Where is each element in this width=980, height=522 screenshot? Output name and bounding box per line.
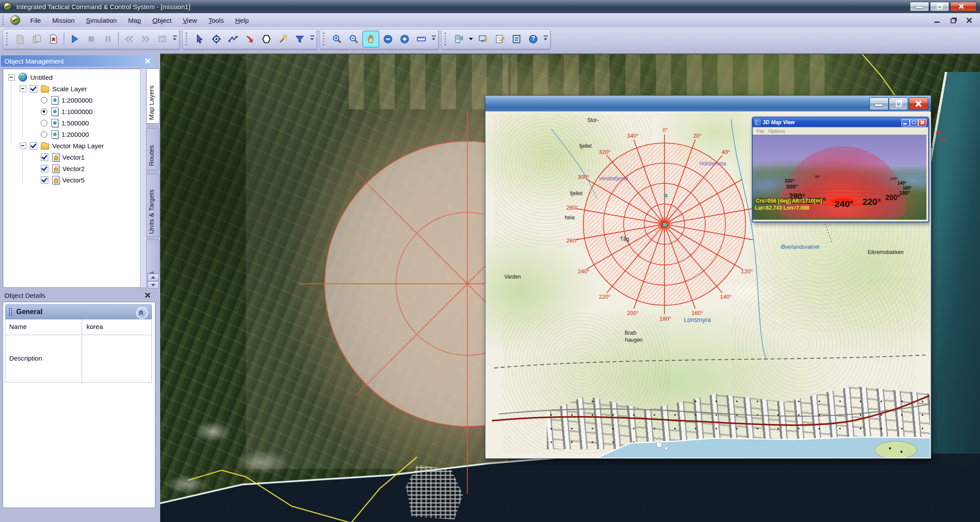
radio-on[interactable] xyxy=(41,108,47,115)
polyline-tool-button[interactable] xyxy=(225,31,241,47)
menu-view[interactable]: View xyxy=(177,15,203,26)
tab-zones[interactable]: Zones xyxy=(146,240,160,274)
collapse-expander-icon[interactable] xyxy=(20,86,26,92)
tab-routes[interactable]: Routes xyxy=(146,128,160,170)
zoom-in-button[interactable] xyxy=(329,31,345,47)
zoom-decrease-button[interactable] xyxy=(380,31,396,47)
tree-row-scale-2000000[interactable]: 1:2000000 xyxy=(41,94,93,106)
zoom-increase-button[interactable] xyxy=(397,31,413,47)
3d-window-titlebar[interactable]: 3D Map View xyxy=(753,118,928,127)
mdi-minimize-button[interactable] xyxy=(933,16,942,25)
stop-simulation-button[interactable] xyxy=(83,31,99,47)
checkbox-checked[interactable] xyxy=(41,176,48,184)
tree-row-scale-layer[interactable]: Scale Layer xyxy=(20,83,87,94)
mdi-restore-button[interactable] xyxy=(948,16,958,25)
menu-options[interactable]: Options xyxy=(768,129,785,134)
new-mission-button[interactable] xyxy=(12,31,28,47)
description-value[interactable] xyxy=(82,335,151,382)
topo-map-content[interactable]: 0° 20° 40° 120° 140° 160° 180° 200° 220°… xyxy=(485,111,930,458)
tree-row-scale-500000[interactable]: 1:500000 xyxy=(41,117,89,129)
tab-units-targets[interactable]: Units & Targets xyxy=(146,174,160,237)
close-icon[interactable] xyxy=(144,292,151,299)
topo-map-window[interactable]: 0° 20° 40° 120° 140° 160° 180° 200° 220°… xyxy=(485,95,931,459)
menu-mission[interactable]: Mission xyxy=(47,15,80,26)
checkbox-checked[interactable] xyxy=(41,154,48,161)
maximize-button[interactable] xyxy=(910,119,918,126)
tree-row-vector2[interactable]: Vector2 xyxy=(41,163,85,174)
import-mission-button[interactable] xyxy=(29,31,45,47)
tab-scroll-up[interactable] xyxy=(147,274,159,281)
tab-map-layers[interactable]: Map Layers xyxy=(146,68,160,124)
tree-row-vector1[interactable]: Vector1 xyxy=(41,151,85,163)
pause-simulation-button[interactable] xyxy=(100,31,116,47)
play-simulation-button[interactable] xyxy=(67,31,83,47)
toolbar-grip[interactable] xyxy=(323,32,326,46)
toolbar-grip[interactable] xyxy=(6,32,9,46)
close-button[interactable] xyxy=(909,97,928,110)
polygon-tool-button[interactable] xyxy=(258,31,274,47)
menu-tools[interactable]: Tools xyxy=(203,15,230,26)
menu-object[interactable]: Object xyxy=(147,15,177,26)
help-button[interactable]: ? xyxy=(525,31,541,47)
checkbox-checked[interactable] xyxy=(41,165,48,172)
close-icon[interactable] xyxy=(144,57,151,64)
tree-row-untitled[interactable]: Untitled xyxy=(8,72,53,83)
center-target-button[interactable] xyxy=(208,31,224,47)
minimize-button[interactable] xyxy=(901,119,910,126)
north-marker[interactable] xyxy=(664,194,668,197)
close-button[interactable] xyxy=(950,2,976,11)
mdi-close-button[interactable] xyxy=(964,16,974,25)
screen-capture-button[interactable] xyxy=(475,31,491,47)
collapse-expander-icon[interactable] xyxy=(8,74,15,81)
tree-row-vector-map-layer[interactable]: Vector Map Layer xyxy=(20,140,104,151)
collapse-expander-icon[interactable] xyxy=(20,143,26,149)
name-value[interactable]: korea xyxy=(82,319,151,335)
step-forward-button[interactable] xyxy=(138,31,154,47)
general-section-header[interactable]: General xyxy=(5,304,152,319)
minimize-button[interactable] xyxy=(869,97,889,110)
toolbar-grip[interactable] xyxy=(186,32,189,46)
tree-row-scale-200000[interactable]: 1:200000 xyxy=(41,129,89,140)
tree-scrollbar[interactable] xyxy=(140,68,147,288)
tree-row-vector5[interactable]: Vector5 xyxy=(41,174,85,186)
toolbar-grip[interactable] xyxy=(445,32,448,46)
radio-off[interactable] xyxy=(41,120,47,126)
measure-ruler-button[interactable] xyxy=(413,31,429,47)
restore-button[interactable] xyxy=(889,97,908,110)
device-sync-button[interactable] xyxy=(451,31,467,47)
checkbox-checked[interactable] xyxy=(30,85,37,93)
3d-terrain-view[interactable]: 30° 320° 300° 280° 260° 240° 220° 200° 1… xyxy=(753,135,926,220)
checkbox-checked[interactable] xyxy=(30,142,37,150)
map-3d-window[interactable]: 3D Map View File Options xyxy=(752,117,929,222)
menu-help[interactable]: Help xyxy=(230,15,255,26)
arrow-marker-button[interactable] xyxy=(242,31,258,47)
restore-button[interactable] xyxy=(930,2,949,11)
tree-row-scale-1000000[interactable]: 1:1000000 xyxy=(41,106,93,117)
menu-file[interactable]: File xyxy=(25,15,47,26)
menu-file[interactable]: File xyxy=(757,129,765,134)
toolbar-overflow-chevron[interactable] xyxy=(172,30,178,48)
report-document-button[interactable] xyxy=(509,31,524,47)
map-viewport[interactable]: 0° 20° 40° 120° 140° 160° 180° 200° 220°… xyxy=(160,54,980,522)
title-bar[interactable]: Integrated Tactical Command & Control Sy… xyxy=(0,0,980,14)
object-tree[interactable]: Untitled Scale Layer 1:2000000 1:1000000 xyxy=(3,68,140,288)
minimize-button[interactable] xyxy=(910,2,929,11)
radio-off[interactable] xyxy=(41,97,47,104)
center-marker[interactable] xyxy=(663,222,667,227)
menubar-grip[interactable] xyxy=(2,15,5,25)
pan-hand-button[interactable] xyxy=(363,31,379,47)
step-back-button[interactable] xyxy=(121,31,137,47)
toolbar-overflow-chevron[interactable] xyxy=(431,30,437,48)
menu-map[interactable]: Map xyxy=(122,15,147,26)
select-cursor-button[interactable] xyxy=(192,31,208,47)
filter-button[interactable] xyxy=(292,31,308,47)
toolbar-overflow-chevron[interactable] xyxy=(309,30,316,48)
object-details-header[interactable]: Object Details xyxy=(1,290,154,301)
replay-button[interactable] xyxy=(154,31,170,47)
close-button[interactable] xyxy=(918,119,926,126)
collapse-section-button[interactable] xyxy=(136,307,148,319)
topo-window-titlebar[interactable] xyxy=(485,96,931,112)
magic-wand-button[interactable] xyxy=(275,31,291,47)
toolbar-overflow-chevron[interactable] xyxy=(542,30,549,48)
radio-off[interactable] xyxy=(41,131,47,138)
